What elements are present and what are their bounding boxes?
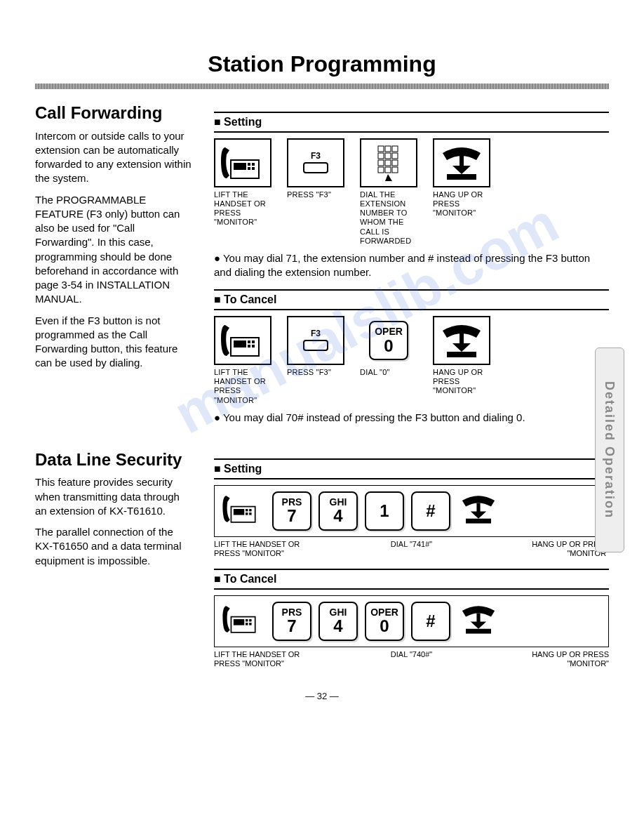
svg-rect-34 xyxy=(246,512,248,515)
svg-rect-35 xyxy=(249,512,251,515)
svg-rect-15 xyxy=(385,160,391,166)
svg-rect-9 xyxy=(385,146,391,152)
svg-rect-25 xyxy=(248,345,250,348)
prs-7-key-icon: PRS7 xyxy=(272,602,311,641)
hangup-icon xyxy=(433,138,490,187)
data-line-security-heading: Data Line Security xyxy=(35,449,193,471)
dls-intro-1: This feature provides security when tran… xyxy=(35,475,193,518)
call-forwarding-heading: Call Forwarding xyxy=(35,102,193,124)
hangup-icon xyxy=(457,602,502,641)
prs-7-key-icon: PRS7 xyxy=(272,491,311,531)
cf-setting-note: You may dial 71, the extension number an… xyxy=(214,251,609,280)
oper-0-key-icon: OPER0 xyxy=(365,602,404,641)
svg-rect-14 xyxy=(378,160,384,166)
svg-rect-2 xyxy=(248,163,250,166)
one-key-icon: 1 xyxy=(365,491,404,531)
title-rule xyxy=(35,84,609,89)
svg-rect-1 xyxy=(234,163,246,170)
page-title: Station Programming xyxy=(35,49,609,79)
svg-rect-26 xyxy=(252,345,255,348)
cf-cancel-note: You may dial 70# instead of pressing the… xyxy=(214,411,609,425)
step-caption: HANG UP OR PRESS "MONITOR" xyxy=(433,368,496,396)
dls-cancel-steps: PRS7 GHI4 OPER0 # LIFT THE HANDSET OR PR… xyxy=(214,595,609,670)
step-caption: DIAL "740#" xyxy=(366,650,457,670)
ghi-4-key-icon: GHI4 xyxy=(318,602,358,641)
svg-rect-41 xyxy=(246,623,248,625)
svg-rect-5 xyxy=(252,167,255,170)
cf-setting-steps: LIFT THE HANDSET OR PRESS "MONITOR" F3 P… xyxy=(214,138,609,246)
svg-rect-42 xyxy=(249,623,251,625)
svg-text:F3: F3 xyxy=(311,329,321,338)
svg-rect-7 xyxy=(304,163,328,173)
step-caption: HANG UP OR PRESS "MONITOR" xyxy=(518,650,609,670)
svg-rect-31 xyxy=(234,509,244,515)
telephone-icon xyxy=(220,602,265,641)
step-caption: PRESS "F3" xyxy=(287,368,350,377)
svg-rect-28 xyxy=(304,340,328,350)
dls-cancel-heading: To Cancel xyxy=(214,569,609,590)
side-tab-detailed-operation: Detailed Operation xyxy=(595,348,624,552)
hash-key-icon: # xyxy=(411,602,450,641)
setting-heading: Setting xyxy=(214,112,609,133)
call-fwd-intro-1: Intercom or outside calls to your extens… xyxy=(35,129,193,186)
telephone-icon xyxy=(214,138,271,187)
dls-setting-heading: Setting xyxy=(214,458,609,479)
f3-button-icon: F3 xyxy=(287,138,344,187)
hangup-icon xyxy=(433,316,490,365)
svg-rect-32 xyxy=(246,509,248,511)
call-fwd-intro-2: The PROGRAMMABLE FEATURE (F3 only) butto… xyxy=(35,193,193,307)
svg-rect-3 xyxy=(252,163,255,166)
ghi-4-key-icon: GHI4 xyxy=(318,491,358,531)
svg-rect-8 xyxy=(378,146,384,152)
hash-key-icon: # xyxy=(411,491,450,531)
dls-setting-steps: PRS7 GHI4 1 # LIFT THE HANDSET OR PRESS … xyxy=(214,485,609,560)
svg-text:F3: F3 xyxy=(311,151,321,161)
svg-rect-33 xyxy=(249,509,251,511)
svg-rect-12 xyxy=(385,153,391,159)
svg-rect-29 xyxy=(447,352,476,357)
step-caption: LIFT THE HANDSET OR PRESS "MONITOR" xyxy=(214,190,277,227)
oper-0-key-icon: OPER0 xyxy=(360,316,417,365)
svg-rect-16 xyxy=(392,160,398,166)
svg-rect-4 xyxy=(248,167,250,170)
svg-rect-19 xyxy=(392,167,398,173)
step-caption: DIAL THE EXTENSION NUMBER TO WHOM THE CA… xyxy=(360,190,423,246)
svg-rect-38 xyxy=(234,619,244,626)
telephone-icon xyxy=(220,491,265,531)
svg-rect-17 xyxy=(378,167,384,173)
svg-rect-36 xyxy=(466,518,491,523)
svg-rect-13 xyxy=(392,153,398,159)
svg-rect-24 xyxy=(252,340,255,343)
hangup-icon xyxy=(457,491,502,531)
step-caption: LIFT THE HANDSET OR PRESS "MONITOR" xyxy=(214,650,305,670)
dls-intro-2: The parallel connection of the KX-T61650… xyxy=(35,525,193,568)
svg-rect-10 xyxy=(392,146,398,152)
step-caption: LIFT THE HANDSET OR PRESS "MONITOR" xyxy=(214,540,305,560)
call-fwd-intro-3: Even if the F3 button is not programmed … xyxy=(35,314,193,371)
key-top: OPER xyxy=(375,326,403,337)
key-digit: 0 xyxy=(384,337,393,355)
svg-rect-40 xyxy=(249,619,251,621)
svg-rect-43 xyxy=(466,628,491,633)
step-caption: DIAL "0" xyxy=(360,368,423,377)
telephone-icon xyxy=(214,316,271,365)
keypad-icon xyxy=(360,138,417,187)
svg-rect-20 xyxy=(447,174,476,180)
page-number: — 32 — xyxy=(35,690,609,703)
svg-rect-11 xyxy=(378,153,384,159)
cancel-heading: To Cancel xyxy=(214,289,609,310)
step-caption: HANG UP OR PRESS "MONITOR" xyxy=(433,190,496,218)
step-caption: LIFT THE HANDSET OR PRESS "MONITOR" xyxy=(214,368,277,405)
step-caption: DIAL "741#" xyxy=(366,540,457,560)
f3-button-icon: F3 xyxy=(287,316,344,365)
svg-rect-22 xyxy=(234,340,246,348)
svg-rect-18 xyxy=(385,167,391,173)
svg-rect-23 xyxy=(248,340,250,343)
step-caption: PRESS "F3" xyxy=(287,190,350,199)
cf-cancel-steps: LIFT THE HANDSET OR PRESS "MONITOR" F3 P… xyxy=(214,316,609,405)
svg-rect-39 xyxy=(246,619,248,621)
